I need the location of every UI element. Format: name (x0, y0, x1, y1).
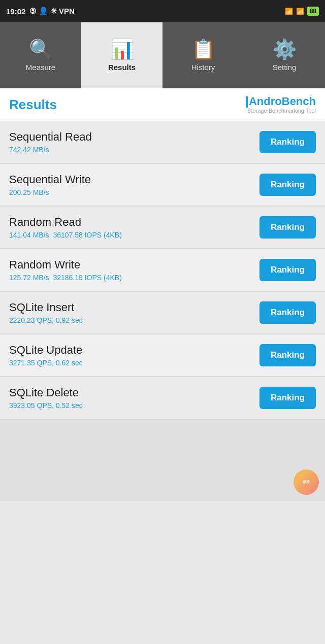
result-name: Random Write (9, 258, 259, 272)
ranking-button[interactable]: Ranking (259, 216, 316, 239)
result-value: 141.04 MB/s, 36107.58 IOPS (4KB) (9, 231, 259, 239)
history-icon: 📋 (191, 40, 215, 59)
result-row: SQLite Insert2220.23 QPS, 0.92 secRankin… (0, 292, 325, 334)
brand-name: AndroBench (246, 95, 316, 108)
result-info: SQLite Delete3923.05 QPS, 0.52 sec (9, 386, 259, 410)
measure-icon: 🔍 (29, 40, 53, 59)
ranking-button[interactable]: Ranking (259, 174, 316, 196)
result-value: 2220.23 QPS, 0.92 sec (9, 316, 259, 324)
status-time: 19:02 (6, 7, 25, 16)
result-row: Sequential Read742.42 MB/sRanking (0, 121, 325, 164)
status-icons: ⑤ 👤 ☀ VPN (29, 7, 74, 16)
result-row: SQLite Delete3923.05 QPS, 0.52 secRankin… (0, 377, 325, 420)
brand-accent-bar (246, 96, 248, 108)
status-right: 📶 📶 88 (285, 7, 319, 16)
tab-results-label: Results (108, 63, 136, 72)
tab-results[interactable]: 📊 Results (81, 22, 162, 88)
result-value: 3271.35 QPS, 0.62 sec (9, 359, 259, 367)
result-info: Random Read141.04 MB/s, 36107.58 IOPS (4… (9, 216, 259, 239)
ranking-button[interactable]: Ranking (259, 344, 316, 366)
result-value: 3923.05 QPS, 0.52 sec (9, 401, 259, 410)
tab-setting-label: Setting (273, 63, 297, 72)
watermark: 极果 (294, 469, 319, 495)
tab-measure-label: Measure (26, 63, 55, 72)
result-info: Sequential Read742.42 MB/s (9, 130, 259, 154)
ranking-button[interactable]: Ranking (259, 301, 316, 324)
brand-highlight: Andro (249, 95, 282, 108)
result-info: SQLite Insert2220.23 QPS, 0.92 sec (9, 301, 259, 324)
result-row: Sequential Write200.25 MB/sRanking (0, 164, 325, 207)
result-info: SQLite Update3271.35 QPS, 0.62 sec (9, 344, 259, 367)
result-name: SQLite Delete (9, 386, 259, 399)
result-row: Random Write125.72 MB/s, 32186.19 IOPS (… (0, 249, 325, 292)
result-row: Random Read141.04 MB/s, 36107.58 IOPS (4… (0, 207, 325, 249)
bottom-area: 极果 (0, 420, 325, 501)
result-value: 125.72 MB/s, 32186.19 IOPS (4KB) (9, 274, 259, 282)
brand-rest: Bench (282, 95, 316, 108)
result-value: 200.25 MB/s (9, 188, 259, 196)
result-info: Sequential Write200.25 MB/s (9, 173, 259, 196)
tab-history-label: History (191, 63, 215, 72)
tab-history[interactable]: 📋 History (162, 22, 244, 88)
tab-setting[interactable]: ⚙️ Setting (244, 22, 325, 88)
results-list: Sequential Read742.42 MB/sRankingSequent… (0, 121, 325, 420)
result-name: SQLite Insert (9, 301, 259, 314)
ranking-button[interactable]: Ranking (259, 259, 316, 281)
status-left: 19:02 ⑤ 👤 ☀ VPN (6, 7, 75, 16)
result-name: Random Read (9, 216, 259, 229)
page-header: Results AndroBench Storage Benchmarking … (0, 88, 325, 121)
result-name: SQLite Update (9, 344, 259, 357)
nav-tabs: 🔍 Measure 📊 Results 📋 History ⚙️ Setting (0, 22, 325, 88)
ranking-button[interactable]: Ranking (259, 387, 316, 409)
result-name: Sequential Write (9, 173, 259, 186)
result-row: SQLite Update3271.35 QPS, 0.62 secRankin… (0, 334, 325, 377)
setting-icon: ⚙️ (273, 40, 297, 59)
battery-indicator: 88 (307, 7, 319, 16)
status-bar: 19:02 ⑤ 👤 ☀ VPN 📶 📶 88 (0, 0, 325, 22)
result-value: 742.42 MB/s (9, 146, 259, 154)
tab-measure[interactable]: 🔍 Measure (0, 22, 81, 88)
page-title: Results (9, 97, 57, 113)
wifi-icon: 📶 (285, 8, 293, 15)
signal-icon: 📶 (296, 8, 304, 15)
ranking-button[interactable]: Ranking (259, 131, 316, 153)
result-name: Sequential Read (9, 130, 259, 144)
result-info: Random Write125.72 MB/s, 32186.19 IOPS (… (9, 258, 259, 282)
brand-subtitle: Storage Benchmarking Tool (246, 108, 316, 114)
results-icon: 📊 (110, 40, 134, 59)
brand-logo: AndroBench Storage Benchmarking Tool (246, 95, 316, 114)
